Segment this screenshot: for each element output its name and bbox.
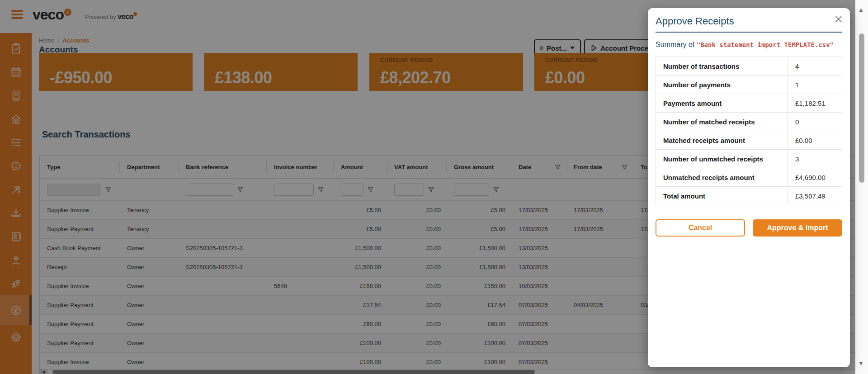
summary-row-value: £4,690.00 [788, 174, 843, 181]
summary-row-value: £0.00 [788, 137, 843, 144]
summary-row-label: Number of matched receipts [656, 113, 788, 131]
summary-row-value: £1,182.51 [788, 99, 843, 107]
summary-row-label: Number of transactions [656, 57, 788, 75]
summary-table: Number of transactions 4 Number of payme… [656, 57, 842, 205]
summary-row: Total amount £3,507.49 [656, 187, 842, 205]
cancel-button[interactable]: Cancel [656, 219, 745, 237]
modal-summary-line: Summary of "Bank statement import TEMPLA… [656, 41, 834, 49]
summary-row-value: 3 [788, 155, 843, 163]
summary-row-label: Total amount [656, 187, 788, 205]
scroll-up-icon[interactable]: ▲ [858, 6, 864, 13]
summary-row-label: Payments amount [656, 94, 788, 112]
summary-row-value: £3,507.49 [788, 192, 843, 200]
summary-row: Number of payments 1 [656, 76, 842, 94]
modal-title: Approve Receipts [656, 15, 734, 27]
summary-row-label: Number of unmatched receipts [656, 150, 788, 168]
scroll-down-icon[interactable]: ▼ [858, 360, 864, 367]
summary-row: Unmatched receipts amount £4,690.00 [656, 168, 842, 187]
summary-file-name: "Bank statement import TEMPLATE.csv" [697, 41, 834, 48]
summary-row-label: Number of payments [656, 76, 788, 94]
vertical-scrollbar-thumb[interactable] [859, 33, 864, 183]
summary-prefix: Summary of [656, 41, 694, 48]
summary-row: Matched receipts amount £0.00 [656, 131, 842, 150]
page-root: veco+ Powered by veco Home/Accounts Acco… [0, 0, 868, 374]
approve-receipts-modal: Approve Receipts × Summary of "Bank stat… [648, 8, 850, 367]
summary-row: Payments amount £1,182.51 [656, 94, 842, 113]
vertical-scrollbar: ▲ ▼ [855, 0, 868, 374]
modal-title-divider [656, 32, 842, 33]
close-icon[interactable]: × [834, 12, 843, 26]
summary-row-value: 1 [788, 81, 843, 89]
summary-row-value: 0 [788, 118, 843, 126]
summary-row: Number of transactions 4 [656, 57, 842, 76]
summary-row: Number of unmatched receipts 3 [656, 150, 842, 168]
summary-row-label: Matched receipts amount [656, 131, 788, 149]
summary-row-label: Unmatched receipts amount [656, 168, 788, 186]
summary-row-value: 4 [788, 62, 843, 70]
summary-row: Number of matched receipts 0 [656, 113, 842, 131]
modal-actions: Cancel Approve & Import [656, 219, 842, 237]
approve-import-button[interactable]: Approve & Import [753, 219, 842, 237]
